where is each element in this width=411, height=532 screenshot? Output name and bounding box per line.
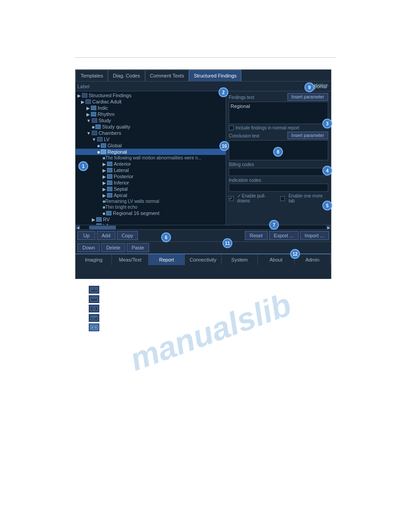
small-icon-1[interactable] bbox=[89, 286, 99, 294]
insert-param-btn-1[interactable]: Insert parameter bbox=[287, 93, 328, 101]
findings-content: Regional bbox=[231, 103, 250, 109]
small-icon-5[interactable] bbox=[89, 323, 99, 331]
tree-label-la: LA bbox=[103, 223, 109, 225]
tree-label-anterior: Anterior bbox=[114, 161, 131, 167]
tree-item-apical[interactable]: ▶ Apical bbox=[76, 192, 226, 198]
svg-point-6 bbox=[93, 307, 95, 310]
scroll-thumb bbox=[89, 226, 116, 229]
export-button[interactable]: Export ... bbox=[269, 231, 299, 240]
paste-button[interactable]: Paste bbox=[127, 243, 149, 252]
tree-item-anterior[interactable]: ▶ Anterior bbox=[76, 161, 226, 167]
svg-rect-12 bbox=[94, 326, 97, 329]
tree-item-septal[interactable]: ▶ Septal bbox=[76, 186, 226, 192]
svg-rect-9 bbox=[91, 318, 95, 319]
annotation-11: 11 bbox=[223, 238, 232, 248]
annotation-5: 5 bbox=[322, 201, 332, 210]
tree-item-rv[interactable]: ▶ RV bbox=[76, 216, 226, 223]
billing-codes-area[interactable] bbox=[229, 168, 328, 176]
tab-templates[interactable]: Templates bbox=[76, 70, 108, 81]
tree-item-structured-findings[interactable]: ▶ Structured Findings bbox=[76, 92, 226, 99]
page-container: Templates Diag. Codes Comment Texts Stru… bbox=[0, 0, 411, 532]
annotation-6: 6 bbox=[161, 232, 171, 242]
small-icon-3[interactable] bbox=[89, 305, 99, 313]
svg-rect-8 bbox=[91, 316, 97, 318]
tree-label-regional: Regional bbox=[107, 149, 127, 154]
annotation-3: 3 bbox=[322, 119, 332, 129]
tree-item-lv[interactable]: ▼ LV bbox=[76, 136, 226, 142]
scroll-left-btn[interactable]: ◀ bbox=[76, 225, 80, 230]
indication-codes-area[interactable] bbox=[229, 184, 328, 192]
tree-item-posterior[interactable]: ▶ Posterior bbox=[76, 173, 226, 180]
findings-text-area[interactable]: Regional bbox=[229, 102, 328, 124]
up-button[interactable]: Up bbox=[77, 231, 95, 240]
tree-item-study[interactable]: ▼ Study bbox=[76, 117, 226, 124]
nav-item-system[interactable]: System bbox=[222, 254, 258, 265]
reset-button[interactable]: Reset bbox=[245, 231, 268, 240]
tree-item-regional[interactable]: ■ Regional bbox=[76, 149, 226, 155]
right-panel: Findings text Insert parameter Regional … bbox=[226, 91, 331, 225]
tree-label-septal: Septal bbox=[114, 186, 128, 192]
svg-rect-1 bbox=[91, 288, 94, 290]
include-findings-checkbox[interactable] bbox=[229, 125, 234, 130]
delete-button[interactable]: Delete bbox=[101, 243, 125, 252]
annotation-8: 8 bbox=[273, 147, 283, 157]
annotation-7: 7 bbox=[269, 220, 279, 230]
enable-pulldowns-checkbox[interactable]: ✓ bbox=[229, 196, 234, 201]
label-row: Label Regional Hidden bbox=[76, 82, 331, 91]
tree-item-cardiac-adult[interactable]: ▶ Cardiac Adult bbox=[76, 99, 226, 105]
tree-item-lateral[interactable]: ▶ Lateral bbox=[76, 167, 226, 173]
tree-item-study-quality[interactable]: ■ Study quality bbox=[76, 124, 226, 130]
tree-label-global: Global bbox=[107, 143, 122, 148]
nav-item-meas-text[interactable]: Meas/Text bbox=[112, 254, 148, 265]
tree-label-regional-16: Regional 16 segment bbox=[113, 210, 159, 216]
tree-label-study: Study bbox=[98, 118, 111, 123]
annotation-9: 9 bbox=[304, 82, 314, 92]
include-findings-row: Include findings in normal report bbox=[229, 125, 328, 130]
tree-label-indic: Indic bbox=[98, 105, 108, 111]
scroll-right-btn[interactable]: ▶ bbox=[326, 225, 331, 230]
tree-item-remaining: ■Remaining LV walls normal bbox=[76, 198, 226, 204]
tree-label-structured-findings: Structured Findings bbox=[89, 93, 131, 98]
indication-codes-label: Indication codes bbox=[229, 178, 328, 183]
annotation-4: 4 bbox=[322, 166, 332, 176]
tree-label-chambers: Chambers bbox=[98, 130, 121, 136]
tree-label-apical: Apical bbox=[114, 193, 127, 198]
scrollbar-track[interactable] bbox=[80, 225, 326, 229]
tab-diag-codes[interactable]: Diag. Codes bbox=[108, 70, 145, 81]
svg-rect-3 bbox=[90, 297, 98, 301]
conclusion-text-row: Conclusion text Insert parameter bbox=[229, 132, 328, 139]
nav-item-about[interactable]: About bbox=[258, 254, 294, 265]
nav-item-imaging[interactable]: Imaging bbox=[76, 254, 112, 265]
tree-label-cardiac-adult: Cardiac Adult bbox=[92, 99, 121, 104]
conclusion-text-label: Conclusion text bbox=[229, 133, 259, 138]
add-button[interactable]: Add bbox=[97, 231, 116, 240]
nav-item-connectivity[interactable]: Connectivity bbox=[185, 254, 221, 265]
small-icon-4[interactable] bbox=[89, 314, 99, 322]
tree-item-chambers[interactable]: ▼ Chambers bbox=[76, 130, 226, 136]
enable-tab-checkbox[interactable] bbox=[280, 196, 285, 201]
top-divider bbox=[75, 57, 336, 58]
small-icon-2[interactable] bbox=[89, 295, 99, 303]
tree-panel[interactable]: ▶ Structured Findings ▶ Cardiac Adult ▶ … bbox=[76, 91, 226, 225]
svg-rect-11 bbox=[91, 326, 94, 329]
down-button[interactable]: Down bbox=[77, 243, 100, 252]
tab-comment-texts[interactable]: Comment Texts bbox=[145, 70, 189, 81]
tree-label-rv: RV bbox=[103, 217, 110, 222]
import-button[interactable]: Import ... bbox=[300, 231, 329, 240]
insert-param-btn-2[interactable]: Insert parameter bbox=[287, 132, 328, 139]
tab-structured-findings[interactable]: Structured Findings bbox=[189, 70, 241, 81]
enable-options-row: ✓ ✓ Enable pull-downs Enable one more ta… bbox=[229, 193, 328, 203]
nav-item-report[interactable]: Report bbox=[149, 254, 185, 265]
enable-pulldowns-label: ✓ Enable pull-downs bbox=[237, 193, 277, 203]
copy-button[interactable]: Copy bbox=[117, 231, 138, 240]
annotation-10: 10 bbox=[219, 141, 229, 151]
tree-item-indic[interactable]: ▶ Indic bbox=[76, 105, 226, 111]
small-icons-panel bbox=[89, 286, 99, 331]
tree-item-inferior[interactable]: ▶ Inferior bbox=[76, 180, 226, 186]
tree-item-rhythm[interactable]: ▶ Rhythm bbox=[76, 111, 226, 117]
svg-rect-2 bbox=[94, 288, 97, 290]
tree-item-global[interactable]: ■ Global bbox=[76, 142, 226, 149]
nav-item-admin[interactable]: Admin bbox=[295, 254, 331, 265]
tree-item-la[interactable]: ▶ LA bbox=[76, 223, 226, 225]
tree-item-regional-16[interactable]: ■ Regional 16 segment bbox=[76, 210, 226, 216]
